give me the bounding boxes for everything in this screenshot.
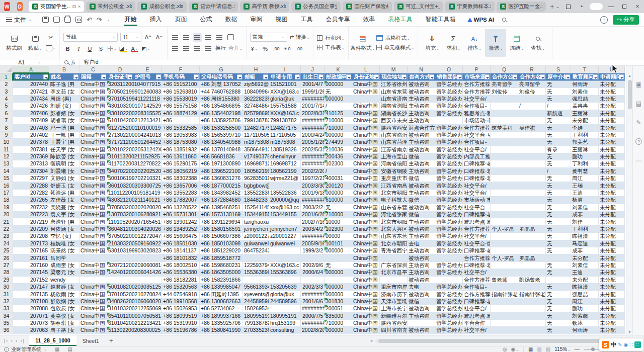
menu-会员专享[interactable]: 会员专享 — [319, 13, 357, 27]
cell-J4[interactable]: ######## — [301, 96, 325, 103]
cell-A25[interactable]: 207165 — [13, 247, 49, 254]
cell-I22[interactable]: jennychen7 — [269, 226, 301, 233]
cell-O10[interactable]: 留学总经办 — [435, 139, 463, 146]
cell-Q23[interactable] — [491, 233, 518, 240]
cell-A27[interactable]: 207160 — [13, 262, 49, 269]
cell-T28[interactable]: 王迪 — [571, 269, 599, 276]
doc-tab[interactable]: S宁夏教师样本.xlsx — [445, 2, 495, 12]
cell-J20[interactable]: 2001/6/28 — [301, 211, 325, 218]
macro-record-icon[interactable]: ◎ — [503, 346, 507, 352]
cell-P15[interactable]: 口碑推荐·老 — [463, 175, 491, 182]
cell-S10[interactable]: 无 — [546, 139, 571, 146]
cell-I9[interactable]: 117110505 — [269, 132, 301, 139]
cell-L16[interactable]: China中国 — [352, 182, 380, 189]
cell-U11[interactable]: 未分配 — [599, 146, 625, 153]
cell-O22[interactable]: 留学总经办 — [435, 226, 463, 233]
cell-D13[interactable]: 411702200312270822 — [107, 160, 162, 167]
autofilter-dropdown-icon[interactable] — [263, 74, 268, 79]
row-header-18[interactable]: 18 — [0, 197, 13, 204]
convert-button[interactable]: ⇄ 转换⌄ — [290, 34, 310, 41]
cell-C34[interactable]: China中国 — [79, 313, 107, 320]
cell-H13[interactable]: 169698712 — [243, 160, 269, 167]
cell-R9[interactable] — [518, 132, 546, 139]
row-header-14[interactable]: 14 — [0, 168, 13, 175]
header-cell-S1[interactable]: 原中介机 — [546, 73, 571, 81]
cell-D36[interactable]: 511302200208300025 — [107, 327, 162, 334]
tab-list-chevron-icon[interactable]: ⌄ — [555, 4, 559, 9]
cell-G26[interactable]: +86 1859518772 — [200, 254, 243, 261]
cell-I18[interactable]: 200000@qq — [269, 197, 301, 204]
cell-Q15[interactable] — [491, 175, 518, 182]
cell-R17[interactable] — [518, 190, 546, 197]
header-cell-A1[interactable]: 客户id — [13, 73, 49, 81]
cell-L3[interactable]: China中国 — [352, 88, 380, 95]
view-break-icon[interactable]: ▧ — [546, 346, 550, 352]
cell-T12[interactable]: 蒯玏 — [571, 153, 599, 160]
cell-A19[interactable]: 207232 — [13, 204, 49, 211]
rows-cols-button[interactable]: 行和列⌄ — [325, 35, 344, 42]
cell-A7[interactable]: 207409 — [13, 117, 49, 124]
board-icon[interactable]: ▦ — [55, 346, 59, 352]
cell-U2[interactable]: 未分配 — [599, 81, 625, 88]
cell-G18[interactable]: +86 1372884680 — [200, 197, 243, 204]
cell-L30[interactable]: China中国 — [352, 284, 380, 291]
cell-C17[interactable]: China中国 — [79, 190, 107, 197]
row-header-19[interactable]: 19 — [0, 204, 13, 211]
cell-L31[interactable]: China中国 — [352, 291, 380, 298]
cell-M15[interactable]: 重庆重庆市 — [380, 175, 408, 182]
cell-J31[interactable]: ######## — [301, 291, 325, 298]
row-header-31[interactable]: 31 — [0, 291, 13, 298]
cell-U18[interactable]: 未分配 — [599, 197, 625, 204]
cell-T3[interactable]: 刘素佳 — [571, 88, 599, 95]
cell-D23[interactable]: 370502200012272047 — [107, 233, 162, 240]
cell-D19[interactable]: 370503200302020020 — [107, 204, 162, 211]
cell-O34[interactable]: 留学总经办 — [435, 313, 463, 320]
col-header-J[interactable]: J — [301, 66, 325, 73]
cell-M19[interactable]: 山东省东营 — [380, 204, 408, 211]
cell-B19[interactable]: 吴晓蔓 (女 — [49, 204, 79, 211]
cell-Q27[interactable] — [491, 262, 518, 269]
cell-R11[interactable] — [518, 146, 546, 153]
cell-T22[interactable]: 丁利利 — [571, 226, 599, 233]
align-top-icon[interactable] — [171, 33, 180, 42]
cell-R35[interactable] — [518, 320, 546, 327]
cell-G27[interactable]: +86 1598680231 — [200, 262, 243, 269]
cell-G8[interactable]: +86 1533258500 — [200, 124, 243, 131]
cell-N10[interactable]: 主动咨询 — [408, 139, 435, 146]
cell-P19[interactable]: 社交平台 — [463, 204, 491, 211]
cell-F13[interactable]: +86 15290175 — [162, 160, 200, 167]
cell-P21[interactable]: 雅思考点·雅 — [463, 218, 491, 225]
row-header-34[interactable]: 34 — [0, 313, 13, 320]
cell-R5[interactable]: / — [518, 103, 546, 110]
menu-表格工具[interactable]: 表格工具 — [382, 13, 419, 27]
cell-C3[interactable]: China中国 — [79, 88, 107, 95]
autofilter-dropdown-icon[interactable] — [540, 74, 545, 79]
cell-O13[interactable]: 留学总经办 — [435, 160, 463, 167]
row-header-2[interactable]: 2 — [0, 81, 13, 88]
cell-O29[interactable] — [435, 277, 463, 284]
cell-M34[interactable]: 新疆维吾尔 — [380, 313, 408, 320]
cell-B6[interactable]: 彭睿婧 (女 — [49, 110, 79, 117]
cell-P22[interactable]: 合作方推荐 — [463, 226, 491, 233]
cell-Q3[interactable]: 刘俊伶 — [491, 88, 518, 95]
cell-J30[interactable]: 2002/3/3 — [301, 284, 325, 291]
row-header-36[interactable]: 36 — [0, 327, 13, 334]
cell-A20[interactable]: 207223 — [13, 211, 49, 218]
cell-M6[interactable]: 湖南省长沙 — [380, 110, 408, 117]
cell-D14[interactable]: 340702200202202520 — [107, 168, 162, 175]
cell-P11[interactable]: 社交平台/ — [463, 146, 491, 153]
cell-O9[interactable]: 留学总经办 — [435, 132, 463, 139]
cell-Q28[interactable] — [491, 269, 518, 276]
cell-I3[interactable]: XXX@163.c — [269, 88, 301, 95]
cell-M8[interactable]: 陕西省西安 — [380, 124, 408, 131]
cell-O8[interactable]: 留学总经办 — [435, 124, 463, 131]
cell-L25[interactable]: China中国 — [352, 247, 380, 254]
cell-O20[interactable]: 留学总经办 — [435, 211, 463, 218]
cell-N25[interactable]: 主动咨询 — [408, 247, 435, 254]
cell-O32[interactable]: 留学总经办 — [435, 298, 463, 305]
cell-D8[interactable]: 612725200110100019 — [107, 124, 162, 131]
cell-U7[interactable]: 未分配 — [599, 117, 625, 124]
cell-I26[interactable] — [269, 254, 301, 261]
cell-I30[interactable]: 153205639 — [269, 284, 301, 291]
cell-U17[interactable]: 未分配 — [599, 190, 625, 197]
